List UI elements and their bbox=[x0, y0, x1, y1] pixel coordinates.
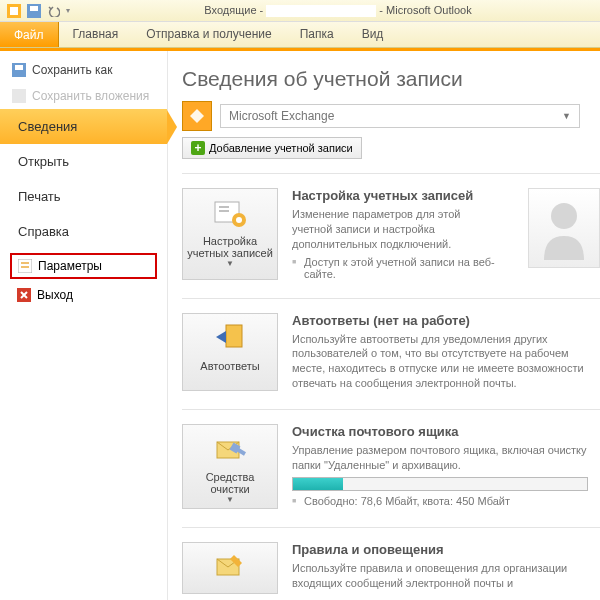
sidebar-info[interactable]: Сведения bbox=[0, 109, 167, 144]
svg-point-16 bbox=[551, 203, 577, 229]
rules-icon bbox=[214, 553, 246, 581]
separator bbox=[182, 409, 600, 410]
add-account-label: Добавление учетной записи bbox=[209, 142, 353, 154]
options-icon bbox=[18, 259, 32, 273]
sidebar-save-attachments: Сохранить вложения bbox=[0, 83, 167, 109]
plus-icon: + bbox=[191, 141, 205, 155]
section-account-settings: Настройка учетных записей ▼ Настройка уч… bbox=[182, 188, 600, 280]
quota-text: Свободно: 78,6 Мбайт, квота: 450 Мбайт bbox=[292, 495, 588, 507]
tab-home[interactable]: Главная bbox=[59, 22, 133, 47]
section-rules: Правила и оповещения Используйте правила… bbox=[182, 542, 600, 594]
save-as-icon bbox=[12, 63, 26, 77]
account-settings-button-label: Настройка учетных записей bbox=[187, 235, 273, 259]
sidebar-options-label: Параметры bbox=[38, 259, 102, 273]
account-selector[interactable]: Microsoft Exchange ▼ bbox=[220, 104, 580, 128]
sidebar-exit[interactable]: Выход bbox=[10, 283, 157, 307]
page-title: Сведения об учетной записи bbox=[182, 67, 600, 91]
sidebar-options[interactable]: Параметры bbox=[10, 253, 157, 279]
quota-progress bbox=[292, 477, 588, 491]
ribbon: Файл Главная Отправка и получение Папка … bbox=[0, 22, 600, 48]
qat-dropdown-icon[interactable]: ▾ bbox=[66, 6, 70, 15]
sidebar-print[interactable]: Печать bbox=[0, 179, 167, 214]
dropdown-icon: ▼ bbox=[187, 259, 273, 268]
attachment-icon bbox=[12, 89, 26, 103]
svg-rect-6 bbox=[12, 89, 26, 103]
title-prefix: Входящие - bbox=[204, 4, 263, 16]
sidebar-exit-label: Выход bbox=[37, 288, 73, 302]
cleanup-button[interactable]: Средства очистки ▼ bbox=[182, 424, 278, 509]
autoreply-icon bbox=[214, 323, 246, 353]
account-settings-bullet: Доступ к этой учетной записи на веб-сайт… bbox=[292, 256, 502, 280]
file-tab[interactable]: Файл bbox=[0, 22, 59, 47]
content-area: Сведения об учетной записи Microsoft Exc… bbox=[168, 51, 600, 600]
title-account-blank bbox=[266, 5, 376, 17]
account-name: Microsoft Exchange bbox=[229, 109, 334, 123]
autoreply-button[interactable]: Автоответы bbox=[182, 313, 278, 391]
section-cleanup: Средства очистки ▼ Очистка почтового ящи… bbox=[182, 424, 600, 509]
svg-rect-12 bbox=[219, 206, 229, 208]
svg-rect-3 bbox=[30, 6, 38, 11]
exchange-icon bbox=[182, 101, 212, 131]
account-settings-icon bbox=[213, 198, 247, 228]
sidebar-open[interactable]: Открыть bbox=[0, 144, 167, 179]
account-settings-title: Настройка учетных записей bbox=[292, 188, 502, 203]
section-autoreply: Автоответы Автоответы (нет на работе) Ис… bbox=[182, 313, 600, 391]
account-settings-desc: Изменение параметров для этой учетной за… bbox=[292, 207, 502, 252]
sidebar-save-as[interactable]: Сохранить как bbox=[0, 57, 167, 83]
add-account-button[interactable]: + Добавление учетной записи bbox=[182, 137, 362, 159]
separator bbox=[182, 527, 600, 528]
tab-send-receive[interactable]: Отправка и получение bbox=[132, 22, 285, 47]
svg-rect-5 bbox=[15, 65, 23, 70]
dropdown-icon: ▼ bbox=[187, 495, 273, 504]
separator bbox=[182, 173, 600, 174]
autoreply-desc: Используйте автоответы для уведомления д… bbox=[292, 332, 588, 391]
exit-icon bbox=[17, 288, 31, 302]
rules-desc: Используйте правила и оповещения для орг… bbox=[292, 561, 588, 591]
account-settings-button[interactable]: Настройка учетных записей ▼ bbox=[182, 188, 278, 280]
rules-button[interactable] bbox=[182, 542, 278, 594]
svg-rect-8 bbox=[21, 262, 29, 264]
svg-rect-1 bbox=[10, 7, 18, 15]
undo-icon[interactable] bbox=[46, 3, 62, 19]
svg-point-15 bbox=[236, 217, 242, 223]
cleanup-desc: Управление размером почтового ящика, вкл… bbox=[292, 443, 588, 473]
backstage-sidebar: Сохранить как Сохранить вложения Сведени… bbox=[0, 51, 168, 600]
tab-view[interactable]: Вид bbox=[348, 22, 398, 47]
save-icon[interactable] bbox=[26, 3, 42, 19]
cleanup-title: Очистка почтового ящика bbox=[292, 424, 588, 439]
autoreply-button-label: Автоответы bbox=[187, 360, 273, 372]
sidebar-help[interactable]: Справка bbox=[0, 214, 167, 249]
sidebar-save-as-label: Сохранить как bbox=[32, 63, 112, 77]
title-suffix: - Microsoft Outlook bbox=[379, 4, 471, 16]
autoreply-title: Автоответы (нет на работе) bbox=[292, 313, 588, 328]
avatar-placeholder bbox=[528, 188, 600, 268]
titlebar: ▾ Входящие - - Microsoft Outlook bbox=[0, 0, 600, 22]
chevron-down-icon: ▼ bbox=[562, 111, 571, 121]
svg-rect-9 bbox=[21, 266, 29, 268]
svg-rect-17 bbox=[226, 325, 242, 347]
separator bbox=[182, 298, 600, 299]
outlook-icon bbox=[6, 3, 22, 19]
svg-rect-13 bbox=[219, 210, 229, 212]
rules-title: Правила и оповещения bbox=[292, 542, 588, 557]
tab-folder[interactable]: Папка bbox=[286, 22, 348, 47]
sidebar-save-attachments-label: Сохранить вложения bbox=[32, 89, 149, 103]
cleanup-icon bbox=[213, 434, 247, 464]
cleanup-button-label: Средства очистки bbox=[187, 471, 273, 495]
